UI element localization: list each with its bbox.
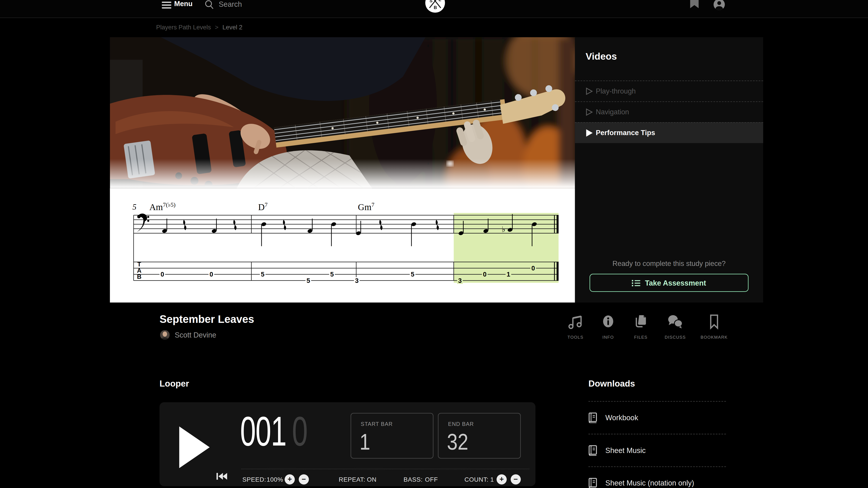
bass-clef (137, 214, 149, 232)
play-filled-icon (586, 129, 593, 137)
repeat-value[interactable]: ON (367, 476, 377, 483)
breadcrumb-separator: > (215, 24, 219, 31)
chord-symbol: D7 (258, 201, 268, 212)
download-list: Workbook Sheet Music Sheet Music (notati… (588, 401, 726, 488)
svg-text:B: B (434, 5, 437, 10)
count-value: 1 (490, 476, 494, 483)
counter-ghost-digit: 0 (292, 412, 308, 451)
video-list: Play-through Navigation Performance Tips (575, 80, 763, 143)
speed-value: 100% (267, 476, 283, 483)
download-sheet-music[interactable]: Sheet Music (588, 434, 726, 466)
tab-clef: T A B (137, 261, 142, 280)
svg-text:3: 3 (458, 277, 462, 284)
looper-heading: Looper (160, 379, 189, 389)
bookmark-button[interactable]: BOOKMARK (699, 313, 730, 339)
checklist-icon (632, 279, 640, 287)
repeat-label: REPEAT: (339, 476, 366, 483)
measure-number: 5 (132, 203, 136, 212)
info-icon (600, 313, 617, 330)
count-decrease-button[interactable]: − (510, 475, 521, 485)
bar-counter: 0010 (240, 412, 315, 451)
downloads-heading: Downloads (588, 379, 635, 389)
videos-panel: Videos Play-through Navigation Performan… (575, 37, 763, 302)
bookmark-outline-icon (706, 313, 723, 330)
svg-text:S: S (430, 0, 432, 3)
rewind-icon[interactable] (217, 472, 227, 481)
svg-text:0: 0 (531, 265, 535, 272)
svg-text:A: A (137, 267, 142, 274)
svg-text:5: 5 (261, 271, 265, 278)
count-label: COUNT: (465, 476, 489, 483)
tools-button[interactable]: TOOLS (563, 313, 589, 339)
svg-text:5: 5 (330, 271, 334, 278)
svg-text:0: 0 (160, 271, 164, 278)
video-player[interactable] (110, 37, 576, 188)
bookmark-icon[interactable] (690, 0, 699, 8)
breadcrumb-link-players-path[interactable]: Players Path Levels (156, 24, 211, 31)
svg-text:T: T (137, 261, 141, 268)
svg-text:3: 3 (355, 277, 359, 284)
svg-text:0: 0 (210, 271, 213, 278)
author-row: Scott Devine (160, 330, 216, 339)
top-bar: Menu Search S L B (0, 0, 868, 18)
breadcrumb: Players Path Levels>Level 2 (156, 24, 243, 31)
sbl-logo[interactable]: S L B (425, 0, 446, 14)
count-increase-button[interactable]: + (497, 475, 507, 485)
profile-icon[interactable] (713, 0, 725, 11)
bass-value[interactable]: OFF (425, 476, 438, 483)
video-item-navigation[interactable]: Navigation (575, 101, 763, 122)
avatar (160, 330, 169, 339)
download-workbook[interactable]: Workbook (588, 401, 726, 434)
play-outline-icon (586, 108, 593, 116)
page-title: September Leaves (160, 313, 254, 326)
video-frame-bass-guitar (110, 37, 576, 188)
files-button[interactable]: FILES (628, 313, 654, 339)
music-notes-icon (567, 313, 584, 330)
end-bar-input[interactable]: END BAR 32 (438, 413, 521, 459)
videos-heading: Videos (586, 51, 617, 63)
book-icon (588, 445, 598, 456)
info-button[interactable]: INFO (595, 313, 621, 339)
author-name[interactable]: Scott Devine (175, 331, 216, 339)
book-icon (588, 412, 598, 423)
page: Menu Search S L B Players P (0, 0, 868, 488)
discuss-button[interactable]: DISCUSS (662, 313, 688, 339)
flat-accidental: ♭ (502, 225, 505, 234)
play-outline-icon (586, 87, 593, 95)
discuss-icon (666, 313, 684, 330)
chord-symbol: Gm7 (358, 201, 374, 212)
menu-button[interactable]: Menu (174, 0, 192, 8)
svg-text:5: 5 (411, 271, 414, 278)
sheet-music: 5 Am7(♭5) D7 Gm7 (110, 188, 576, 302)
files-icon (632, 313, 649, 330)
looper-separator (241, 469, 529, 469)
counter-active-digits: 001 (240, 412, 286, 451)
hamburger-icon[interactable] (162, 2, 171, 10)
looper-panel: 0010 START BAR 1 END BAR 32 SPEED: 100% … (160, 402, 535, 486)
take-assessment-button[interactable]: Take Assessment (590, 274, 748, 292)
svg-text:B: B (137, 273, 142, 280)
speed-increase-button[interactable]: + (285, 475, 295, 485)
download-sheet-music-notation-only[interactable]: Sheet Music (notation only) (588, 466, 726, 488)
svg-text:0: 0 (483, 271, 487, 278)
svg-text:1: 1 (506, 271, 510, 278)
chord-symbol: Am7(♭5) (149, 201, 176, 212)
play-button[interactable] (178, 425, 211, 469)
breadcrumb-current-level[interactable]: Level 2 (222, 24, 242, 31)
ready-text: Ready to complete this study piece? (575, 260, 763, 268)
search-input[interactable]: Search (219, 0, 242, 8)
speed-label: SPEED: (242, 476, 266, 483)
book-icon (588, 478, 598, 488)
video-item-play-through[interactable]: Play-through (575, 80, 763, 101)
video-item-performance-tips[interactable]: Performance Tips (575, 122, 763, 143)
start-bar-input[interactable]: START BAR 1 (350, 413, 434, 459)
search-icon[interactable] (205, 0, 214, 9)
bass-label: BASS: (403, 476, 423, 483)
svg-text:L: L (438, 0, 441, 2)
speed-decrease-button[interactable]: − (299, 475, 309, 485)
svg-text:5: 5 (307, 277, 310, 284)
